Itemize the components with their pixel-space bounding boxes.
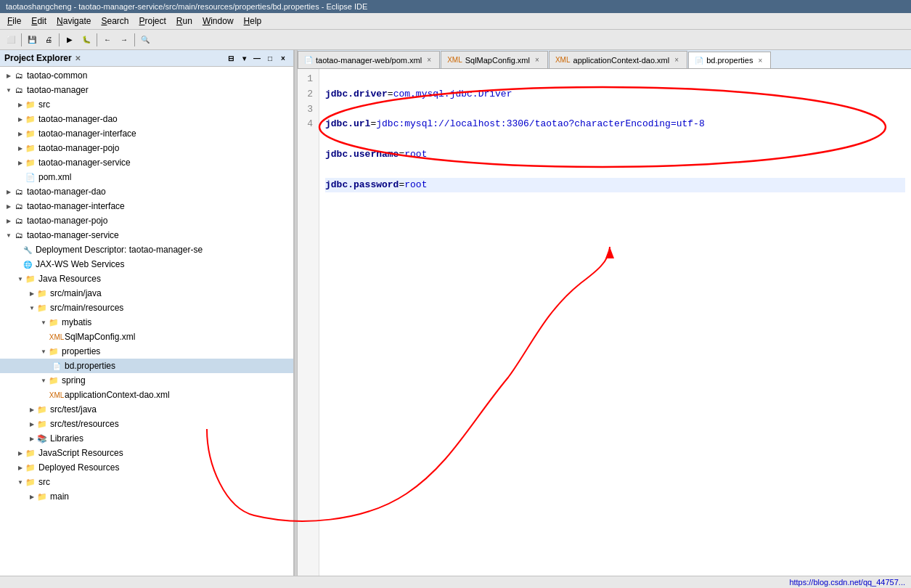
menu-project[interactable]: Project <box>134 15 170 28</box>
menu-run[interactable]: Run <box>172 15 197 28</box>
tree-icon-sqlmap: XML <box>51 331 62 343</box>
tree-icon-spring: 📁 <box>48 375 60 386</box>
tab-bd-properties[interactable]: 📄 bd.properties × <box>688 52 771 69</box>
toolbar-btn-back[interactable]: ← <box>99 32 115 48</box>
tree-item-deployed-resources[interactable]: ▶ 📁 Deployed Resources <box>0 460 293 475</box>
line-numbers: 1 2 3 4 <box>298 69 319 576</box>
toolbar-btn-run[interactable]: ▶ <box>62 32 78 48</box>
code-content[interactable]: jdbc.driver=com.mysql.jdbc.Driver jdbc.u… <box>319 69 911 576</box>
tree-item-manager-dao1[interactable]: ▶ 📁 taotao-manager-dao <box>0 112 293 126</box>
toolbar-sep-2 <box>59 33 60 46</box>
tree-item-taotao-common[interactable]: ▶ 🗂 taotao-common <box>0 68 293 83</box>
tree-arrow-dao1: ▶ <box>16 115 25 123</box>
tree-label-deployed: Deployed Resources <box>38 462 119 473</box>
tree-item-src-test-java[interactable]: ▶ 📁 src/test/java <box>0 402 293 417</box>
tree-item-properties[interactable]: ▼ 📁 properties <box>0 344 293 359</box>
tree-item-manager-pojo1[interactable]: ▶ 📁 taotao-manager-pojo <box>0 141 293 155</box>
toolbar-btn-save[interactable]: 💾 <box>24 32 40 48</box>
tab-close-appcontext[interactable]: × <box>672 56 681 65</box>
tree-item-libraries[interactable]: ▶ 📚 Libraries <box>0 431 293 446</box>
explorer-max-btn[interactable]: □ <box>264 52 276 64</box>
tree-item-src-test-res[interactable]: ▶ 📁 src/test/resources <box>0 417 293 431</box>
tree-icon-smr: 📁 <box>36 302 48 314</box>
tree-item-manager-pojo2[interactable]: ▶ 🗂 taotao-manager-pojo <box>0 213 293 228</box>
toolbar-btn-print[interactable]: 🖨 <box>41 32 57 48</box>
explorer-collapse-btn[interactable]: ⊟ <box>225 52 237 64</box>
tree-label-iface2: taotao-manager-interface <box>27 201 125 211</box>
code-editor[interactable]: 1 2 3 4 jdbc.driver=com.mysql.jdbc.Drive… <box>298 69 911 576</box>
tree-item-main[interactable]: ▶ 📁 main <box>0 489 293 504</box>
tree-icon-mybatis: 📁 <box>48 317 60 328</box>
explorer-menu-btn[interactable]: ▾ <box>238 52 250 64</box>
tab-pom-xml[interactable]: 📄 taotao-manager-web/pom.xml × <box>298 51 440 68</box>
explorer-close-btn[interactable]: × <box>277 52 289 64</box>
tree-label-service1: taotao-manager-service <box>38 158 131 168</box>
tree-label-appcontext: applicationContext-dao.xml <box>65 390 170 400</box>
tree-item-mybatis[interactable]: ▼ 📁 mybatis <box>0 315 293 330</box>
tab-icon-bd: 📄 <box>695 57 703 65</box>
tree-arrow-src3: ▼ <box>16 478 25 486</box>
menu-edit[interactable]: Edit <box>27 15 51 28</box>
tree-item-pom1[interactable]: 📄 pom.xml <box>0 170 293 184</box>
explorer-min-btn[interactable]: — <box>251 52 263 64</box>
menu-window[interactable]: Window <box>198 15 238 28</box>
tree-label-properties: properties <box>62 346 100 356</box>
tab-close-pom[interactable]: × <box>425 56 433 65</box>
toolbar-btn-forward[interactable]: → <box>116 32 132 48</box>
menu-navigate[interactable]: Navigate <box>52 15 95 28</box>
menu-search[interactable]: Search <box>97 15 133 28</box>
tab-label-pom: taotao-manager-web/pom.xml <box>316 56 422 65</box>
explorer-tree[interactable]: ▶ 🗂 taotao-common ▼ 🗂 taotao-manager ▶ 📁… <box>0 67 293 576</box>
editor-area: 📄 taotao-manager-web/pom.xml × XML SqlMa… <box>298 50 911 576</box>
tree-item-jaxws[interactable]: 🌐 JAX-WS Web Services <box>0 257 293 271</box>
tree-item-appcontext[interactable]: XML applicationContext-dao.xml <box>0 388 293 402</box>
tree-label-js: JavaScript Resources <box>38 448 123 458</box>
tree-item-spring[interactable]: ▼ 📁 spring <box>0 373 293 388</box>
tree-item-src3[interactable]: ▼ 📁 src <box>0 475 293 489</box>
tree-label-java-res: Java Resources <box>38 274 101 284</box>
tree-item-src-main-res[interactable]: ▼ 📁 src/main/resources <box>0 301 293 315</box>
tree-item-bd-properties[interactable]: 📄 bd.properties <box>0 359 293 373</box>
tree-item-manager-interface2[interactable]: ▶ 🗂 taotao-manager-interface <box>0 199 293 213</box>
tree-arrow-main: ▶ <box>28 492 36 501</box>
tree-item-manager-service2[interactable]: ▼ 🗂 taotao-manager-service <box>0 228 293 242</box>
tab-close-sqlmap[interactable]: × <box>533 56 542 65</box>
tree-arrow-dao2: ▶ <box>4 187 13 196</box>
toolbar-sep-4 <box>134 33 135 46</box>
tree-label-libs: Libraries <box>50 433 83 444</box>
code-line-1: jdbc.driver=com.mysql.jdbc.Driver <box>325 87 905 102</box>
tree-item-manager-dao2[interactable]: ▶ 🗂 taotao-manager-dao <box>0 184 293 199</box>
toolbar-sep-1 <box>21 33 22 46</box>
tree-icon-pom1: 📄 <box>25 171 36 183</box>
tree-item-js-resources[interactable]: ▶ 📁 JavaScript Resources <box>0 446 293 460</box>
tree-item-manager-service1[interactable]: ▶ 📁 taotao-manager-service <box>0 155 293 170</box>
tree-icon-pojo2: 🗂 <box>13 215 25 226</box>
menu-help[interactable]: Help <box>240 15 266 28</box>
tree-icon-js: 📁 <box>25 447 36 459</box>
explorer-icon-x: ✕ <box>75 54 81 62</box>
tree-arrow-deployed: ▶ <box>16 463 25 472</box>
tab-close-bd[interactable]: × <box>756 56 764 65</box>
tree-item-manager-interface1[interactable]: ▶ 📁 taotao-manager-interface <box>0 126 293 141</box>
tree-item-sqlmap[interactable]: XML SqlMapConfig.xml <box>0 330 293 344</box>
tree-item-taotao-manager[interactable]: ▼ 🗂 taotao-manager <box>0 83 293 97</box>
toolbar-btn-debug[interactable]: 🐛 <box>78 32 94 48</box>
toolbar-btn-search[interactable]: 🔍 <box>137 32 153 48</box>
tree-icon-stj: 📁 <box>36 404 48 415</box>
tree-arrow-service1: ▶ <box>16 158 25 167</box>
toolbar-btn-new[interactable]: ⬜ <box>3 32 19 48</box>
tree-arrow-iface2: ▶ <box>4 202 13 211</box>
tree-item-src1[interactable]: ▶ 📁 src <box>0 97 293 112</box>
tree-label-smr: src/main/resources <box>50 303 123 313</box>
tree-arrow-java-res: ▼ <box>16 274 25 283</box>
menu-file[interactable]: File <box>3 15 25 28</box>
tab-sqlmap[interactable]: XML SqlMapConfig.xml × <box>441 51 548 68</box>
tree-arrow-iface1: ▶ <box>16 129 25 138</box>
tree-item-deploy-desc[interactable]: 🔧 Deployment Descriptor: taotao-manager-… <box>0 242 293 257</box>
tree-icon-manager: 🗂 <box>13 84 25 96</box>
tree-label-deploy: Deployment Descriptor: taotao-manager-se <box>36 245 203 255</box>
tree-icon-deployed: 📁 <box>25 462 36 473</box>
tree-item-src-main-java[interactable]: ▶ 📁 src/main/java <box>0 286 293 301</box>
tab-appcontext[interactable]: XML applicationContext-dao.xml × <box>549 51 687 68</box>
tree-item-java-resources[interactable]: ▼ 📁 Java Resources <box>0 271 293 286</box>
